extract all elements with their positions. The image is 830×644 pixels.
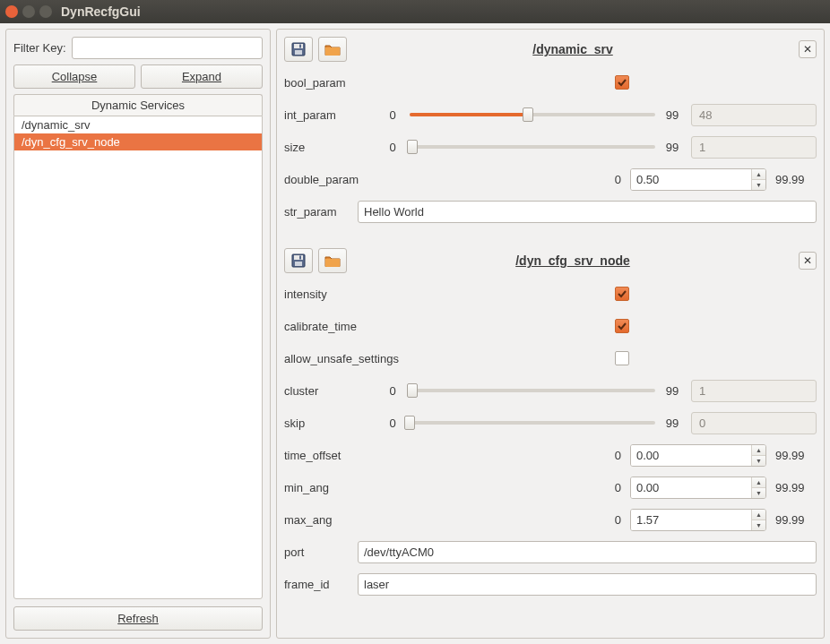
param-spinbox[interactable]: ▲▼ xyxy=(630,477,766,499)
param-row: skip0990 xyxy=(284,411,817,434)
param-label: frame_id xyxy=(284,578,349,591)
config-section: /dynamic_srv✕bool_paramint_param09948siz… xyxy=(284,37,817,232)
param-slider[interactable] xyxy=(410,107,655,123)
param-label: str_param xyxy=(284,205,349,219)
expand-button[interactable]: Expand xyxy=(141,64,263,89)
param-label: bool_param xyxy=(284,76,419,90)
param-slider[interactable] xyxy=(410,382,655,399)
titlebar: DynRecfgGui xyxy=(0,0,830,23)
double-max: 99.99 xyxy=(775,481,817,494)
window-title: DynRecfgGui xyxy=(61,4,141,19)
slider-min: 0 xyxy=(383,141,402,154)
param-row: intensity xyxy=(284,282,817,305)
slider-max: 99 xyxy=(662,108,682,122)
param-row: max_ang0▲▼99.99 xyxy=(284,508,817,531)
spin-up[interactable]: ▲ xyxy=(752,477,765,488)
window-minimize-button[interactable] xyxy=(22,5,35,18)
param-checkbox[interactable] xyxy=(615,351,629,365)
param-spinbox[interactable]: ▲▼ xyxy=(630,509,766,531)
param-row: str_param xyxy=(284,200,817,223)
section-close-button[interactable]: ✕ xyxy=(799,40,817,58)
param-row: int_param09948 xyxy=(284,103,817,126)
slider-min: 0 xyxy=(383,108,402,122)
filter-key-input[interactable] xyxy=(72,37,263,59)
param-row: bool_param xyxy=(284,71,817,94)
open-folder-icon-button[interactable] xyxy=(318,248,347,273)
double-min: 0 xyxy=(603,513,621,527)
window-close-button[interactable] xyxy=(5,5,18,18)
spin-up[interactable]: ▲ xyxy=(752,169,765,180)
param-value-readonly: 1 xyxy=(691,380,817,402)
param-spinbox[interactable]: ▲▼ xyxy=(630,444,766,467)
param-row: cluster0991 xyxy=(284,379,817,402)
param-slider[interactable] xyxy=(410,139,655,155)
param-row: size0991 xyxy=(284,135,817,159)
spin-down[interactable]: ▼ xyxy=(752,180,765,190)
svg-rect-5 xyxy=(294,255,303,260)
svg-rect-2 xyxy=(295,50,302,55)
open-folder-icon-button[interactable] xyxy=(318,37,347,62)
param-value-readonly: 48 xyxy=(691,104,817,126)
spin-down[interactable]: ▼ xyxy=(752,520,765,530)
param-text-input[interactable] xyxy=(358,541,817,563)
param-row: frame_id xyxy=(284,572,817,596)
section-title: /dyn_cfg_srv_node xyxy=(352,253,793,268)
double-min: 0 xyxy=(603,481,621,494)
spin-down[interactable]: ▼ xyxy=(752,456,765,466)
left-panel: Filter Key: Collapse Expand Dynamic Serv… xyxy=(5,29,271,639)
param-checkbox[interactable] xyxy=(615,75,629,90)
spin-up[interactable]: ▲ xyxy=(752,445,765,456)
slider-min: 0 xyxy=(383,416,402,430)
param-row: calibrate_time xyxy=(284,314,817,338)
param-row: double_param0▲▼99.99 xyxy=(284,167,817,191)
list-item[interactable]: /dyn_cfg_srv_node xyxy=(14,133,262,150)
param-row: port xyxy=(284,540,817,563)
param-label: max_ang xyxy=(284,513,419,527)
param-slider[interactable] xyxy=(410,415,655,431)
spinbox-input[interactable] xyxy=(631,169,751,190)
param-text-input[interactable] xyxy=(358,573,817,596)
spinbox-input[interactable] xyxy=(631,477,751,498)
collapse-button[interactable]: Collapse xyxy=(13,64,135,89)
spin-down[interactable]: ▼ xyxy=(752,488,765,498)
param-label: allow_unsafe_settings xyxy=(284,352,419,365)
param-row: time_offset0▲▼99.99 xyxy=(284,443,817,467)
slider-max: 99 xyxy=(662,416,682,430)
param-value-readonly: 1 xyxy=(691,136,817,159)
svg-rect-3 xyxy=(299,45,301,48)
filter-key-label: Filter Key: xyxy=(13,41,66,55)
param-text-input[interactable] xyxy=(358,201,817,223)
param-row: min_ang0▲▼99.99 xyxy=(284,476,817,499)
section-close-button[interactable]: ✕ xyxy=(799,252,817,270)
param-spinbox[interactable]: ▲▼ xyxy=(630,168,766,191)
param-label: size xyxy=(284,141,374,154)
slider-min: 0 xyxy=(383,384,402,398)
slider-max: 99 xyxy=(662,141,682,154)
refresh-button[interactable]: Refresh xyxy=(13,606,263,631)
svg-rect-1 xyxy=(294,44,303,48)
save-icon-button[interactable] xyxy=(284,248,313,273)
param-label: min_ang xyxy=(284,481,419,494)
double-max: 99.99 xyxy=(775,449,817,462)
double-min: 0 xyxy=(603,173,621,186)
spinbox-input[interactable] xyxy=(631,445,751,466)
section-title: /dynamic_srv xyxy=(352,42,793,56)
window-maximize-button[interactable] xyxy=(39,5,52,18)
double-max: 99.99 xyxy=(775,513,817,527)
param-label: time_offset xyxy=(284,449,419,462)
services-list[interactable]: /dynamic_srv/dyn_cfg_srv_node xyxy=(13,116,263,599)
save-icon-button[interactable] xyxy=(284,37,313,62)
param-row: allow_unsafe_settings xyxy=(284,347,817,370)
list-item[interactable]: /dynamic_srv xyxy=(14,116,262,133)
config-section: /dyn_cfg_srv_node✕intensitycalibrate_tim… xyxy=(284,248,817,605)
double-max: 99.99 xyxy=(775,173,817,186)
param-label: cluster xyxy=(284,384,374,398)
param-label: intensity xyxy=(284,288,419,301)
param-checkbox[interactable] xyxy=(615,319,629,333)
spinbox-input[interactable] xyxy=(631,510,751,530)
param-label: calibrate_time xyxy=(284,320,419,333)
slider-max: 99 xyxy=(662,384,682,398)
spin-up[interactable]: ▲ xyxy=(752,510,765,520)
param-checkbox[interactable] xyxy=(615,287,629,301)
services-list-header: Dynamic Services xyxy=(13,94,263,116)
